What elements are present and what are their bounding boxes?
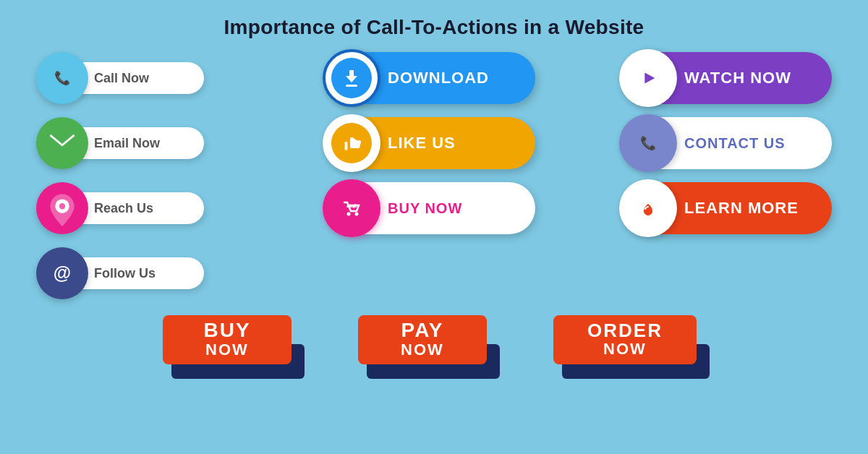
- buy-now-mid-label: BUY NOW: [388, 200, 462, 217]
- call-now-label: Call Now: [74, 62, 204, 94]
- learn-more-button[interactable]: LEARN MORE: [622, 182, 832, 234]
- like-us-label: LIKE US: [388, 134, 456, 153]
- page-title: Importance of Call-To-Actions in a Websi…: [0, 0, 868, 52]
- watch-now-label: WATCH NOW: [684, 69, 791, 87]
- buy-now-banner-button[interactable]: BUY NOW: [163, 315, 300, 379]
- contact-us-button[interactable]: 📞 CONTACT US: [622, 117, 832, 169]
- svg-point-10: [355, 213, 359, 216]
- download-button[interactable]: DOWNLOAD: [326, 52, 535, 104]
- email-now-label: Email Now: [74, 127, 204, 159]
- svg-marker-11: [644, 73, 655, 84]
- follow-us-label: Follow Us: [74, 257, 204, 289]
- reach-us-label: Reach Us: [74, 192, 204, 224]
- svg-text:📞: 📞: [54, 70, 71, 86]
- pay-now-banner-bot: NOW: [401, 340, 444, 359]
- download-label: DOWNLOAD: [388, 69, 489, 87]
- order-now-banner-bot: NOW: [603, 340, 647, 359]
- pay-now-banner-button[interactable]: PAY NOW: [358, 315, 495, 379]
- contact-us-label: CONTACT US: [684, 135, 786, 152]
- email-now-button[interactable]: Email Now: [36, 117, 239, 169]
- order-now-banner-button[interactable]: ORDER NOW: [553, 315, 705, 379]
- svg-point-9: [347, 213, 351, 216]
- like-us-button[interactable]: LIKE US: [326, 117, 535, 169]
- buy-now-mid-button[interactable]: BUY NOW: [326, 182, 535, 234]
- svg-point-8: [337, 194, 366, 223]
- svg-rect-7: [346, 85, 357, 87]
- watch-now-button[interactable]: WATCH NOW: [622, 52, 832, 104]
- call-now-button[interactable]: 📞 Call Now: [36, 52, 239, 104]
- buy-now-banner-bot: NOW: [205, 340, 249, 359]
- buy-now-banner-top: BUY: [203, 320, 250, 340]
- follow-us-button[interactable]: @ Follow Us: [36, 247, 239, 299]
- reach-us-button[interactable]: Reach Us: [36, 182, 239, 234]
- svg-text:@: @: [54, 262, 71, 283]
- pay-now-banner-top: PAY: [401, 320, 444, 340]
- svg-text:📞: 📞: [640, 135, 657, 151]
- order-now-banner-top: ORDER: [587, 321, 663, 340]
- learn-more-label: LEARN MORE: [684, 199, 799, 218]
